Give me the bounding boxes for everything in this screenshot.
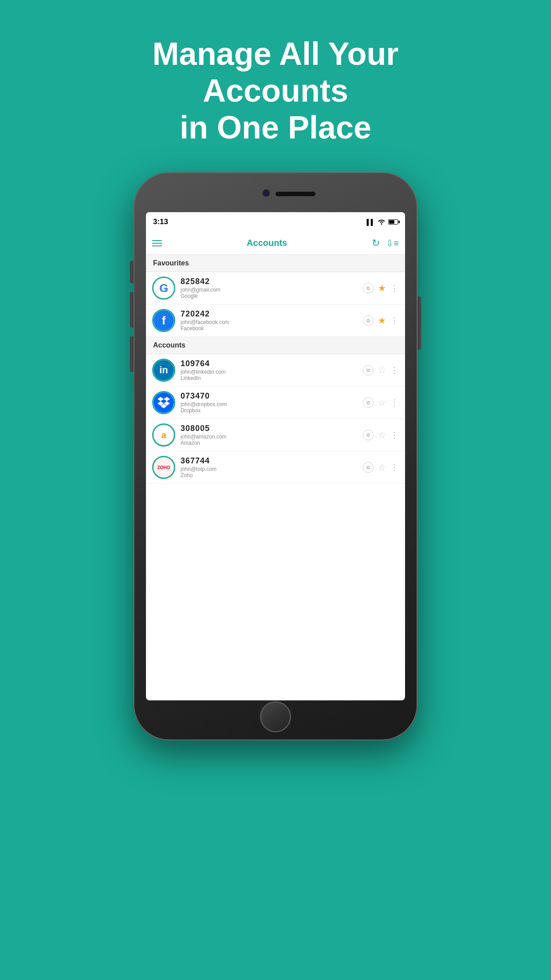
page-headline: Manage All Your Accounts in One Place [76, 36, 475, 146]
account-name-facebook: Facebook [181, 325, 363, 332]
account-info-amazon: 308005 john@amazon.com Amazon [181, 424, 363, 446]
account-code-google: 825842 [181, 277, 363, 286]
account-code-facebook: 720242 [181, 309, 363, 319]
account-info-linkedin: 109764 john@linkedin.com LinkedIn [181, 359, 363, 381]
copy-icon-zoho[interactable]: ⧉ [363, 462, 374, 473]
signal-icon: ▌▌ [367, 219, 375, 225]
account-actions-google: ⧉ ★ ⋮ [363, 283, 399, 293]
account-actions-dropbox: ⧉ ☆ ⋮ [363, 397, 399, 408]
headline-line2: in One Place [180, 110, 371, 145]
account-info-google: 825842 john@gmail.com Google [181, 277, 363, 299]
section-header-accounts: Accounts [146, 337, 405, 354]
nav-title: Accounts [247, 238, 287, 248]
battery-icon [388, 219, 398, 225]
copy-icon-dropbox[interactable]: ⧉ [363, 397, 374, 408]
account-email-linkedin: john@linkedin.com [181, 369, 363, 375]
account-code-zoho: 367744 [181, 456, 363, 466]
side-button-vol-up [130, 292, 134, 328]
phone-screen: 3:13 ▌▌ [146, 212, 405, 700]
more-icon-zoho[interactable]: ⋮ [390, 462, 399, 472]
star-icon-amazon[interactable]: ☆ [378, 430, 386, 440]
account-email-dropbox: john@dropbox.com [181, 401, 363, 407]
account-name-google: Google [181, 293, 363, 299]
copy-icon-facebook[interactable]: ⧉ [363, 315, 374, 326]
star-icon-linkedin[interactable]: ☆ [378, 365, 386, 375]
account-actions-linkedin: ⧉ ☆ ⋮ [363, 365, 399, 375]
account-name-dropbox: Dropbox [181, 407, 363, 414]
star-icon-zoho[interactable]: ☆ [378, 462, 386, 473]
account-actions-amazon: ⧉ ☆ ⋮ [363, 430, 399, 440]
copy-icon-linkedin[interactable]: ⧉ [363, 365, 374, 375]
side-button-mute [130, 261, 134, 283]
status-bar: 3:13 ▌▌ [146, 212, 405, 232]
avatar-google: G G [152, 277, 175, 300]
side-button-power [417, 296, 421, 350]
account-name-amazon: Amazon [181, 440, 363, 446]
nav-action-icons: ↻ ⇩≡ [372, 237, 399, 249]
more-icon-google[interactable]: ⋮ [390, 283, 399, 293]
account-name-linkedin: LinkedIn [181, 375, 363, 381]
svg-marker-4 [164, 397, 170, 401]
phone-mockup: 3:13 ▌▌ [134, 172, 417, 749]
account-actions-facebook: ⧉ ★ ⋮ [363, 315, 399, 326]
avatar-amazon: a [152, 423, 175, 447]
account-row-google[interactable]: G G 825842 john@gmail.com Google ⧉ ★ ⋮ [146, 272, 405, 304]
status-icons: ▌▌ [367, 218, 398, 226]
account-code-linkedin: 109764 [181, 359, 363, 368]
account-row-dropbox[interactable]: 073470 john@dropbox.com Dropbox ⧉ ☆ ⋮ [146, 387, 405, 419]
avatar-linkedin: in [152, 359, 175, 382]
avatar-zoho: ZOHO [152, 456, 175, 479]
account-email-facebook: john@facebook.com [181, 319, 363, 325]
svg-marker-3 [157, 397, 164, 401]
avatar-dropbox [152, 391, 175, 414]
account-code-dropbox: 073470 [181, 391, 363, 401]
star-icon-google[interactable]: ★ [378, 283, 386, 293]
speaker [276, 192, 315, 196]
svg-text:G: G [159, 281, 168, 295]
filter-icon[interactable]: ⇩≡ [386, 238, 399, 249]
star-icon-dropbox[interactable]: ☆ [378, 397, 386, 408]
wifi-icon [378, 218, 386, 226]
phone-outer: 3:13 ▌▌ [134, 172, 417, 740]
star-icon-facebook[interactable]: ★ [378, 315, 386, 326]
nav-bar: Accounts ↻ ⇩≡ [146, 232, 405, 255]
account-name-zoho: Zoho [181, 472, 363, 478]
home-button[interactable] [260, 701, 291, 732]
more-icon-dropbox[interactable]: ⋮ [390, 398, 399, 407]
account-row-linkedin[interactable]: in 109764 john@linkedin.com LinkedIn ⧉ ☆… [146, 354, 405, 387]
status-time: 3:13 [153, 217, 168, 226]
account-row-zoho[interactable]: ZOHO 367744 john@totp.com Zoho ⧉ ☆ ⋮ [146, 451, 405, 484]
account-email-google: john@gmail.com [181, 287, 363, 293]
copy-icon-google[interactable]: ⧉ [363, 283, 374, 293]
account-info-zoho: 367744 john@totp.com Zoho [181, 456, 363, 478]
account-row-facebook[interactable]: f 720242 john@facebook.com Facebook ⧉ ★ … [146, 304, 405, 337]
account-email-zoho: john@totp.com [181, 466, 363, 472]
menu-button[interactable] [152, 240, 162, 246]
more-icon-facebook[interactable]: ⋮ [390, 316, 399, 325]
more-icon-amazon[interactable]: ⋮ [390, 430, 399, 440]
account-row-amazon[interactable]: a 308005 john@amazon.com Amazon ⧉ ☆ ⋮ [146, 419, 405, 451]
refresh-icon[interactable]: ↻ [372, 237, 380, 249]
headline-line1: Manage All Your Accounts [153, 36, 399, 108]
section-header-favourites: Favourites [146, 255, 405, 272]
camera [262, 189, 270, 197]
account-info-facebook: 720242 john@facebook.com Facebook [181, 309, 363, 332]
account-email-amazon: john@amazon.com [181, 434, 363, 440]
account-info-dropbox: 073470 john@dropbox.com Dropbox [181, 391, 363, 414]
copy-icon-amazon[interactable]: ⧉ [363, 430, 374, 440]
account-actions-zoho: ⧉ ☆ ⋮ [363, 462, 399, 473]
account-code-amazon: 308005 [181, 424, 363, 433]
side-button-vol-down [130, 336, 134, 372]
avatar-facebook: f [152, 309, 175, 332]
more-icon-linkedin[interactable]: ⋮ [390, 365, 399, 375]
